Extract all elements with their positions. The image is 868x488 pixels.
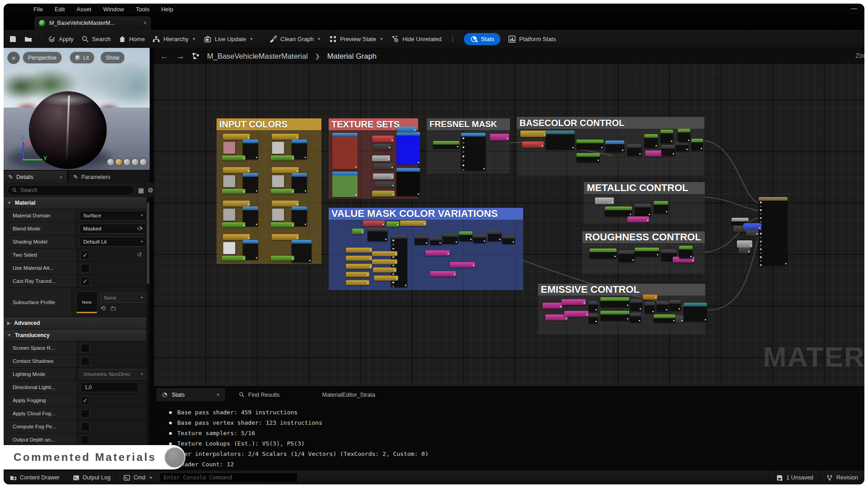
viewport-menu-icon[interactable]: ≡ (7, 52, 20, 64)
dropdown-material-domain[interactable]: Surface▾ (80, 211, 146, 221)
minimize-button[interactable]: — (851, 5, 857, 12)
material-node[interactable] (271, 222, 294, 227)
material-node[interactable] (396, 132, 420, 164)
material-node[interactable] (643, 295, 657, 300)
material-node[interactable] (675, 315, 684, 323)
material-node[interactable] (669, 300, 681, 311)
material-node[interactable] (660, 130, 673, 143)
material-node[interactable] (522, 141, 544, 148)
details-tab-close-icon[interactable]: × (59, 174, 62, 180)
material-node[interactable] (346, 280, 369, 285)
dropdown-lighting-mode[interactable]: Volumetric NonDirec▾ (80, 369, 146, 379)
material-node[interactable] (618, 250, 635, 262)
material-node[interactable] (292, 240, 311, 263)
material-node[interactable] (459, 231, 472, 241)
material-node[interactable] (223, 201, 250, 206)
material-node[interactable] (589, 301, 598, 312)
perspective-button[interactable]: Perspective (23, 52, 62, 64)
preview-shape-cube-button[interactable] (131, 158, 139, 166)
material-node[interactable] (373, 144, 391, 150)
menu-item-window[interactable]: Window (103, 6, 124, 13)
material-node[interactable] (271, 256, 294, 261)
dropdown-blend-mode[interactable]: Masked▾ (80, 224, 146, 234)
tab-parameters[interactable]: ✎ Parameters (69, 171, 150, 183)
material-node[interactable] (425, 250, 450, 256)
section-advanced[interactable]: ▶Advanced (4, 317, 146, 329)
live-update-button[interactable]: Live Update ▼ (204, 35, 254, 43)
checkbox-use-material-att-[interactable] (81, 264, 90, 272)
toolbar-overflow-button[interactable]: ⋮ (449, 35, 456, 43)
material-node[interactable] (373, 267, 396, 272)
material-node[interactable] (346, 256, 372, 261)
material-node[interactable] (372, 136, 394, 142)
save-button[interactable] (9, 35, 17, 43)
material-node[interactable] (627, 216, 649, 222)
material-node[interactable] (561, 299, 586, 305)
checkbox-apply-fogging[interactable]: ✓ (81, 396, 90, 405)
preview-shape-mesh-button[interactable] (139, 158, 147, 166)
material-node[interactable] (691, 139, 703, 150)
unsaved-indicator[interactable]: 1 Unsaved (770, 470, 820, 484)
display-filter-icon[interactable]: ▦ (138, 187, 144, 194)
material-node[interactable] (374, 276, 398, 281)
material-node[interactable] (605, 206, 632, 216)
material-node[interactable] (630, 299, 642, 311)
material-node[interactable] (352, 229, 364, 234)
material-node[interactable] (374, 164, 394, 169)
material-node[interactable] (546, 131, 575, 150)
material-node[interactable] (576, 140, 604, 150)
reset-to-default-icon[interactable]: ↺ (137, 251, 142, 258)
material-node[interactable] (645, 302, 655, 314)
material-node[interactable] (746, 230, 759, 236)
material-node[interactable] (679, 246, 693, 258)
search-input[interactable]: Search (7, 185, 134, 196)
menu-item-edit[interactable]: Edit (55, 6, 65, 13)
checkbox-apply-cloud-fog-[interactable] (81, 409, 90, 418)
checkbox-two-sided[interactable]: ✓ (81, 251, 90, 259)
material-node[interactable] (630, 313, 641, 323)
material-node[interactable] (656, 301, 668, 312)
material-node[interactable] (605, 141, 624, 152)
preview-state-button[interactable]: Preview State ▼ (329, 35, 384, 43)
material-node[interactable] (222, 256, 245, 261)
material-node[interactable] (387, 221, 399, 227)
material-node[interactable] (654, 201, 668, 214)
section-material[interactable]: ▼Material (4, 197, 146, 209)
tab-close-icon[interactable]: × (143, 20, 146, 26)
lit-mode-button[interactable]: Lit (70, 52, 94, 64)
preview-viewport[interactable]: ≡ Perspective Lit Show Z X Y (4, 48, 150, 170)
material-node[interactable] (595, 197, 614, 204)
material-node[interactable] (271, 155, 294, 160)
section-translucency[interactable]: ▼Translucency (4, 329, 146, 342)
asset-dropdown[interactable]: None▾ (100, 293, 146, 303)
material-node[interactable] (684, 303, 707, 322)
nav-forward-icon[interactable]: → (176, 52, 184, 61)
material-node[interactable] (271, 189, 294, 194)
material-node[interactable] (635, 204, 651, 216)
apply-button[interactable]: Apply (48, 35, 74, 43)
tab-materialeditor-strata[interactable]: MaterialEditor_Strata (316, 388, 380, 401)
material-node[interactable] (372, 251, 397, 256)
material-node[interactable] (590, 249, 617, 258)
material-node[interactable] (743, 223, 761, 230)
material-node[interactable] (635, 248, 659, 257)
material-node[interactable] (223, 134, 250, 140)
checkbox-cast-ray-traced-[interactable]: ✓ (81, 277, 90, 286)
material-node[interactable] (346, 248, 372, 253)
checkbox-compute-fog-pe-[interactable] (81, 422, 90, 431)
home-button[interactable]: Home (118, 35, 145, 43)
preview-shape-sphere-button[interactable] (115, 158, 123, 166)
material-node[interactable] (223, 242, 236, 254)
material-node[interactable] (400, 221, 426, 226)
breadcrumb-asset-name[interactable]: M_BaseVehicleMasterMaterial (207, 52, 308, 61)
material-node[interactable] (346, 272, 369, 277)
content-drawer-button[interactable]: Content Drawer (4, 470, 66, 484)
cmd-selector[interactable]: Cmd ▼ (117, 470, 159, 484)
material-node[interactable] (502, 235, 515, 244)
material-node[interactable] (600, 297, 629, 307)
stats-tab-close-icon[interactable]: × (217, 392, 220, 398)
dropdown-shading-model[interactable]: Default Lit▾ (80, 237, 146, 247)
material-node[interactable] (373, 174, 394, 179)
menu-item-file[interactable]: File (33, 6, 43, 13)
details-scrollbar[interactable] (146, 197, 150, 470)
